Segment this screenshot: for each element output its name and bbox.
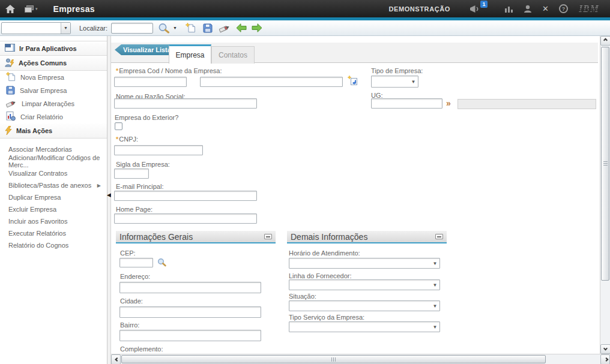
eraser-icon <box>6 99 17 109</box>
window-menu-button[interactable]: ▾ <box>25 5 38 13</box>
situacao-label: Situação: <box>289 293 316 300</box>
collapse-section-icon[interactable] <box>264 234 272 239</box>
ug-input[interactable] <box>371 98 442 109</box>
scroll-right-button[interactable] <box>600 354 610 364</box>
sidebar-item-associar-mercadorias[interactable]: Associar Mercadorias <box>0 143 107 155</box>
sidebar-item-incluir-aos-favoritos[interactable]: Incluir aos Favoritos <box>0 215 107 227</box>
empresa-exterior-checkbox[interactable] <box>115 122 122 130</box>
sidebar-item-biblioteca-pastas-anexos[interactable]: Biblioteca/Pastas de anexos ▶ <box>0 179 107 191</box>
tipo-servico-label: Tipo Serviço da Empresa: <box>289 314 364 321</box>
complemento-label: Complemento: <box>120 345 163 353</box>
section-header-informacoes-gerais: Informações Gerais <box>116 231 276 243</box>
app-window: ▾ Empresas DEMONSTRAÇÃO 1 ✕ ? IBM <box>0 0 610 364</box>
chevron-down-icon: ▼ <box>430 282 439 288</box>
sidebar-item-limpar-alteracoes[interactable]: Limpar Alterações <box>0 97 107 110</box>
search-options-chevron-icon[interactable]: ▼ <box>173 26 177 30</box>
email-principal-label: E-mail Principal: <box>116 183 163 190</box>
toolbar: ▼ Localizar: ▼ <box>0 20 610 36</box>
horizontal-scroll-thumb[interactable] <box>121 355 546 363</box>
empresa-cod-input[interactable] <box>114 77 187 87</box>
save-icon[interactable] <box>203 23 213 33</box>
lightning-icon <box>5 126 12 136</box>
sidebar-item-excluir-empresa[interactable]: Excluir Empresa <box>0 203 107 215</box>
announcements-icon[interactable]: 1 <box>470 5 481 13</box>
sidebar-item-adicionar-modificar-codigos[interactable]: Adicionar/Modificar Códigos de Merc... <box>0 155 107 167</box>
sidebar-item-executar-relatorios[interactable]: Executar Relatórios <box>0 227 107 239</box>
endereco-input[interactable] <box>119 282 261 293</box>
empresa-nome-input[interactable] <box>200 77 343 87</box>
tipo-servico-select[interactable]: ▼ <box>289 321 440 332</box>
chevron-down-icon: ▼ <box>430 303 439 309</box>
sidebar-header-acoes-comuns[interactable]: Ações Comuns <box>0 56 107 71</box>
collapse-arrow-icon[interactable]: ◀ <box>107 192 111 198</box>
chevron-down-icon[interactable]: ▼ <box>61 23 70 34</box>
submenu-arrow-icon: ▶ <box>97 183 101 188</box>
new-record-icon[interactable] <box>186 23 196 33</box>
help-icon[interactable]: ? <box>559 4 568 13</box>
endereco-label: Endereço: <box>120 273 150 280</box>
sidebar-item-duplicar-empresa[interactable]: Duplicar Empresa <box>0 191 107 203</box>
section-header-demais-informacoes: Demais Informações <box>287 231 447 243</box>
bairro-label: Bairro: <box>120 321 139 329</box>
sidebar-item-visualizar-contratos[interactable]: Visualizar Contratos <box>0 167 107 179</box>
ug-display-field <box>458 99 596 109</box>
stacked-windows-icon <box>25 5 34 13</box>
linha-fornecedor-select[interactable]: ▼ <box>289 279 440 290</box>
save-icon <box>6 86 15 96</box>
lookup-icon[interactable] <box>348 76 359 87</box>
reports-chart-icon[interactable] <box>505 5 513 13</box>
main-content: Visualizar Lista Empresa Contatos *Empre… <box>111 36 598 355</box>
visualizar-lista-button[interactable]: Visualizar Lista <box>115 44 177 55</box>
home-page-label: Home Page: <box>116 206 152 213</box>
sidebar-item-ir-para-aplicativos[interactable]: Ir Para Aplicativos <box>0 41 107 56</box>
required-asterisk: * <box>116 67 118 74</box>
home-page-input[interactable] <box>114 213 257 224</box>
search-icon[interactable] <box>158 23 170 34</box>
linha-fornecedor-label: Linha do Fornecedor: <box>289 272 352 279</box>
empresa-exterior-label: Empresa do Exterior? <box>115 114 178 121</box>
cep-search-icon[interactable] <box>157 258 166 267</box>
cnpj-input[interactable] <box>114 145 203 155</box>
close-icon[interactable]: ✕ <box>542 5 549 13</box>
scroll-up-button[interactable] <box>600 36 610 46</box>
tab-strip: Visualizar Lista Empresa Contatos <box>111 43 598 63</box>
common-actions-icon <box>5 58 14 68</box>
context-select[interactable]: ▼ <box>1 22 71 34</box>
tipo-empresa-select[interactable]: ▼ <box>371 76 418 88</box>
home-icon[interactable] <box>5 5 15 13</box>
ibm-logo: IBM <box>579 4 599 14</box>
sidebar-header-mais-acoes[interactable]: Mais Ações <box>0 124 107 139</box>
localizar-input[interactable] <box>111 23 153 34</box>
email-principal-input[interactable] <box>114 191 257 201</box>
chevron-down-icon: ▼ <box>409 79 418 85</box>
bairro-input[interactable] <box>119 330 261 341</box>
sidebar-item-relatorio-do-cognos[interactable]: Relatório do Cognos <box>0 239 107 251</box>
topbar-actions: DEMONSTRAÇÃO 1 ✕ ? IBM <box>388 4 610 14</box>
ug-lookup-chevrons-icon[interactable]: » <box>446 98 451 109</box>
collapse-section-icon[interactable] <box>435 234 443 239</box>
back-arrow-icon[interactable] <box>236 23 247 32</box>
cidade-input[interactable] <box>119 306 261 318</box>
scroll-down-button[interactable] <box>600 344 610 354</box>
tab-empresa[interactable]: Empresa <box>169 44 211 64</box>
chevron-down-icon: ▼ <box>430 324 439 330</box>
sidebar-item-criar-relatorio[interactable]: Criar Relatório <box>0 110 107 124</box>
vertical-scrollbar[interactable] <box>600 36 610 354</box>
vertical-scroll-thumb[interactable] <box>601 47 609 281</box>
horizontal-scrollbar[interactable] <box>111 354 610 364</box>
sidebar-item-nova-empresa[interactable]: Nova Empresa <box>0 71 107 84</box>
empresa-cod-label: *Empresa Cod / Nome da Empresa: <box>116 67 222 74</box>
tab-contatos[interactable]: Contatos <box>211 46 255 64</box>
report-icon <box>6 112 16 122</box>
forward-arrow-icon[interactable] <box>252 23 262 32</box>
razao-social-input[interactable] <box>114 98 257 109</box>
sidebar: Ir Para Aplicativos Ações Comuns Nova Em… <box>0 36 107 364</box>
sidebar-item-salvar-empresa[interactable]: Salvar Empresa <box>0 84 107 97</box>
cep-input[interactable] <box>119 258 153 267</box>
scroll-left-button[interactable] <box>111 354 121 364</box>
horario-atendimento-select[interactable]: ▼ <box>289 258 440 269</box>
clear-changes-icon[interactable] <box>219 23 231 33</box>
situacao-select[interactable]: ▼ <box>289 300 440 311</box>
user-profile-icon[interactable] <box>524 5 532 13</box>
sigla-input[interactable] <box>114 169 149 179</box>
